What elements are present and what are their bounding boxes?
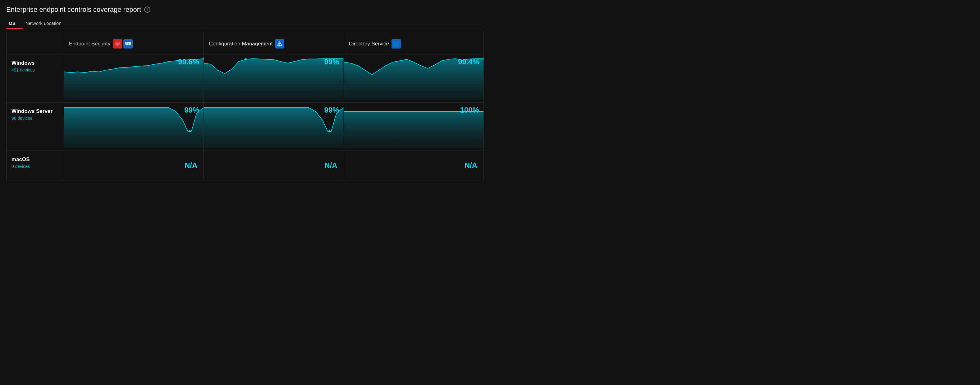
windows-label: Windows xyxy=(11,60,59,66)
windows-server-es-chart xyxy=(64,102,204,148)
windows-server-cm-cell: 99% xyxy=(204,102,344,151)
coverage-grid: Endpoint Security NEB Configuration Mana… xyxy=(6,32,484,181)
directory-service-label: Directory Service xyxy=(349,41,389,47)
tabs-bar: OS Network Location xyxy=(6,18,484,29)
windows-server-es-value: 99% xyxy=(184,106,199,115)
windows-server-row-label: Windows Server 96 devices xyxy=(6,102,64,151)
macos-row-label: macOS 0 devices xyxy=(6,151,64,181)
macos-ds-value: N/A xyxy=(465,161,477,170)
windows-cm-value: 99% xyxy=(325,58,339,66)
svg-point-8 xyxy=(245,58,247,60)
macos-es-cell: N/A xyxy=(64,151,204,181)
tab-network-location[interactable]: Network Location xyxy=(23,18,69,29)
macos-ds-cell: N/A xyxy=(344,151,484,181)
macos-es-value: N/A xyxy=(185,161,197,170)
page-container: Enterprise endpoint controls coverage re… xyxy=(0,0,490,181)
neb-icon: NEB xyxy=(123,39,133,48)
config-mgmt-icon xyxy=(275,39,284,48)
endpoint-security-label: Endpoint Security xyxy=(69,41,110,47)
macos-label: macOS xyxy=(11,157,59,163)
tab-os[interactable]: OS xyxy=(6,18,23,29)
endpoint-security-icons: NEB xyxy=(113,39,133,48)
shield-icon xyxy=(113,39,122,48)
windows-sublabel: 491 devices xyxy=(11,67,59,72)
windows-cm-chart xyxy=(204,54,343,100)
windows-server-ds-value: 100% xyxy=(460,106,479,115)
svg-point-10 xyxy=(189,130,191,133)
windows-server-sublabel: 96 devices xyxy=(11,116,59,121)
directory-service-header: Directory Service xyxy=(344,32,484,54)
windows-server-cm-chart xyxy=(204,102,343,148)
page-title: Enterprise endpoint controls coverage re… xyxy=(6,6,141,14)
windows-server-label: Windows Server xyxy=(11,108,59,115)
windows-row-label: Windows 491 devices xyxy=(6,54,64,102)
corner-header xyxy=(6,32,64,54)
windows-directory-service-cell: 99.4% xyxy=(344,54,484,102)
windows-icon xyxy=(391,39,401,48)
title-row: Enterprise endpoint controls coverage re… xyxy=(6,6,484,14)
svg-rect-5 xyxy=(394,44,396,46)
svg-rect-4 xyxy=(396,42,399,44)
svg-rect-3 xyxy=(394,42,396,44)
svg-rect-6 xyxy=(396,44,399,46)
svg-point-2 xyxy=(279,45,280,45)
svg-point-11 xyxy=(328,130,331,133)
windows-endpoint-security-cell: 99.6% xyxy=(64,54,204,102)
macos-sublabel: 0 devices xyxy=(11,164,59,169)
macos-cm-value: N/A xyxy=(325,161,337,170)
windows-server-cm-value: 99% xyxy=(325,106,339,115)
windows-config-mgmt-cell: 99% xyxy=(204,54,344,102)
config-management-label: Configuration Management xyxy=(209,41,272,47)
config-management-header: Configuration Management xyxy=(204,32,344,54)
macos-cm-cell: N/A xyxy=(204,151,344,181)
windows-server-ds-cell: 100% xyxy=(344,102,484,151)
windows-server-es-cell: 99% xyxy=(64,102,204,151)
endpoint-security-header: Endpoint Security NEB xyxy=(64,32,204,54)
help-icon[interactable]: ? xyxy=(144,6,150,13)
windows-ds-value: 99.4% xyxy=(458,58,479,66)
windows-es-value: 99.6% xyxy=(178,58,199,66)
